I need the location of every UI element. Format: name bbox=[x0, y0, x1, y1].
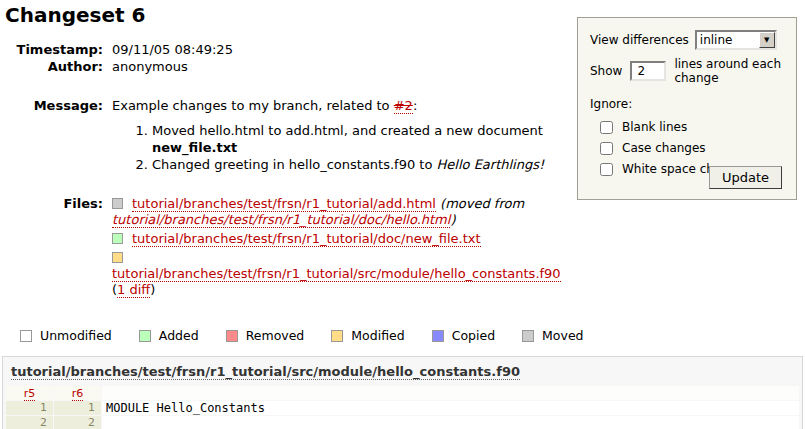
removed-swatch-icon bbox=[226, 330, 238, 342]
files-label: Files: bbox=[0, 195, 103, 298]
code-line bbox=[102, 416, 799, 429]
diff-content-header bbox=[102, 386, 799, 400]
legend-item-unmodified: Unmodified bbox=[20, 328, 112, 343]
message-item: Changed greeting in hello_constants.f90 … bbox=[152, 156, 574, 173]
code-line: MODULE Hello_Constants bbox=[102, 401, 799, 415]
message-intro: Example changes to my branch, related to bbox=[112, 98, 394, 113]
message-label: Message: bbox=[0, 97, 103, 173]
modified-swatch-icon bbox=[112, 252, 123, 263]
diff-file-header: tutorial/branches/test/frsn/r1_tutorial/… bbox=[5, 359, 800, 385]
diff-row: 2 2 bbox=[6, 416, 799, 429]
ticket-link[interactable]: #2 bbox=[394, 98, 413, 114]
message-value: Example changes to my branch, related to… bbox=[112, 97, 574, 173]
new-file-name: new_file.txt bbox=[152, 140, 237, 155]
message-item: Moved hello.html to add.html, and create… bbox=[152, 122, 574, 156]
moved-swatch-icon bbox=[522, 330, 534, 342]
added-swatch-icon bbox=[112, 233, 123, 244]
view-differences-label: View differences bbox=[590, 33, 689, 47]
file-row: tutorial/branches/test/frsn/r1_tutorial/… bbox=[112, 231, 574, 247]
added-swatch-icon bbox=[139, 330, 151, 342]
file-row: tutorial/branches/test/frsn/r1_tutorial/… bbox=[112, 196, 574, 228]
change-legend: Unmodified Added Removed Modified Copied… bbox=[20, 328, 805, 343]
old-lineno: 2 bbox=[6, 416, 53, 429]
message-list: Moved hello.html to add.html, and create… bbox=[112, 122, 574, 173]
file-link[interactable]: tutorial/branches/test/frsn/r1_tutorial/… bbox=[112, 266, 561, 282]
diff-row: 1 1 MODULE Hello_Constants bbox=[6, 401, 799, 415]
timestamp-value: 09/11/05 08:49:25 bbox=[112, 41, 574, 58]
diff-entry: tutorial/branches/test/frsn/r1_tutorial/… bbox=[2, 356, 803, 429]
new-greeting: Hello Earthlings! bbox=[437, 157, 545, 172]
ignore-case-changes-label: Case changes bbox=[622, 140, 706, 157]
view-differences-select-box: inline ▼ bbox=[695, 30, 777, 50]
context-lines-input[interactable] bbox=[630, 61, 666, 81]
new-revision-header: r6 bbox=[54, 386, 101, 400]
view-differences-select[interactable]: inline bbox=[697, 32, 775, 48]
show-lines-label: Show bbox=[590, 64, 622, 78]
legend-item-modified: Modified bbox=[331, 328, 404, 343]
new-revision-link[interactable]: r6 bbox=[72, 387, 84, 401]
new-lineno: 2 bbox=[54, 416, 101, 429]
ignore-whitespace-checkbox[interactable] bbox=[600, 163, 613, 176]
diff-file-link[interactable]: tutorial/branches/test/frsn/r1_tutorial/… bbox=[11, 364, 520, 380]
ignore-blank-lines-label: Blank lines bbox=[622, 119, 687, 136]
message-colon: : bbox=[413, 98, 417, 113]
ignore-label: Ignore: bbox=[590, 97, 786, 111]
old-revision-header: r5 bbox=[6, 386, 53, 400]
legend-item-moved: Moved bbox=[522, 328, 583, 343]
update-button[interactable]: Update bbox=[709, 166, 782, 189]
old-lineno: 1 bbox=[6, 401, 53, 415]
ignore-case-changes-checkbox[interactable] bbox=[600, 142, 613, 155]
legend-item-removed: Removed bbox=[226, 328, 305, 343]
file-link[interactable]: tutorial/branches/test/frsn/r1_tutorial/… bbox=[132, 196, 436, 212]
copied-swatch-icon bbox=[432, 330, 444, 342]
old-revision-link[interactable]: r5 bbox=[24, 387, 36, 401]
moved-from-link[interactable]: tutorial/branches/test/frsn/r1_tutorial/… bbox=[112, 212, 450, 228]
author-value: anonymous bbox=[112, 58, 574, 75]
files-list: tutorial/branches/test/frsn/r1_tutorial/… bbox=[112, 195, 574, 298]
legend-item-copied: Copied bbox=[432, 328, 495, 343]
author-label: Author: bbox=[0, 58, 103, 75]
timestamp-label: Timestamp: bbox=[0, 41, 103, 58]
new-lineno: 1 bbox=[54, 401, 101, 415]
file-row: tutorial/branches/test/frsn/r1_tutorial/… bbox=[112, 250, 574, 298]
diff-preferences-panel: View differences inline ▼ Show lines aro… bbox=[577, 17, 797, 200]
ignore-blank-lines-checkbox[interactable] bbox=[600, 121, 613, 134]
moved-swatch-icon bbox=[112, 198, 123, 209]
modified-swatch-icon bbox=[331, 330, 343, 342]
file-link[interactable]: tutorial/branches/test/frsn/r1_tutorial/… bbox=[132, 231, 481, 247]
legend-item-added: Added bbox=[139, 328, 199, 343]
diff-table: r5 r6 1 1 MODULE Hello_Constants 2 2 3 C… bbox=[5, 385, 800, 429]
diff-count-link[interactable]: 1 diff bbox=[117, 282, 150, 298]
show-lines-suffix: lines around each change bbox=[674, 57, 786, 85]
unmodified-swatch-icon bbox=[20, 330, 32, 342]
